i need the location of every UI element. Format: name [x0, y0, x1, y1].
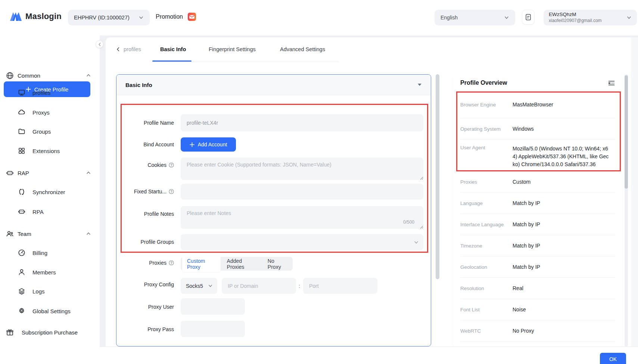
layers-icon — [18, 287, 25, 295]
proxy-ip-input[interactable] — [222, 278, 296, 294]
ok-button[interactable]: OK — [600, 353, 626, 364]
sidebar-section-label: Common — [18, 72, 86, 79]
sidebar-item-label: Global Settings — [32, 308, 71, 314]
chevron-left-icon — [98, 43, 102, 46]
proxy-pass-label: Proxy Pass — [122, 326, 174, 333]
language-selector[interactable]: English — [435, 10, 515, 25]
sidebar-item-label: Groups — [32, 128, 51, 135]
sidebar-item-global-settings[interactable]: Global Settings — [0, 304, 100, 318]
overview-row: WebRTC No Proxy — [460, 320, 615, 342]
list-icon[interactable] — [608, 80, 615, 86]
proxy-protocol-select[interactable]: Socks5 — [181, 278, 217, 294]
gauge-icon — [18, 249, 25, 256]
language-selector-value: English — [441, 15, 458, 21]
proxy-type-segmented-control: Custom Proxy Added Proxies No Proxy — [181, 257, 293, 271]
basic-info-panel-title: Basic Info — [125, 82, 152, 88]
sidebar-collapse-button[interactable] — [96, 40, 103, 48]
account-email: xiaofei020907@gmail.com — [549, 18, 602, 24]
add-account-button[interactable]: Add Account — [181, 137, 236, 152]
sidebar-item-groups[interactable]: Groups — [0, 124, 100, 139]
sidebar-item-label: Extensions — [32, 148, 60, 154]
chevron-left-icon — [116, 47, 121, 52]
tab-advanced-settings[interactable]: Advanced Settings — [280, 46, 325, 52]
help-icon[interactable] — [169, 189, 174, 194]
account-menu[interactable]: EWzSQhzM xiaofei020907@gmail.com — [544, 10, 637, 25]
sidebar-item-label: Logs — [32, 288, 45, 295]
profile-overview-panel: Profile Overview Browser Engine MasMateB… — [452, 74, 623, 346]
sidebar-section-common[interactable]: Common — [0, 68, 100, 83]
proxy-config-label: Proxy Config — [122, 281, 174, 288]
sidebar-item-label: Subscription Purchase — [22, 329, 78, 336]
help-icon[interactable] — [169, 260, 174, 265]
sidebar-section-label: RAP — [18, 170, 86, 176]
sidebar: Create Profile Common profiles Proxys — [0, 35, 100, 364]
sidebar-item-label: Billing — [32, 250, 47, 256]
sidebar-item-logs[interactable]: Logs — [0, 284, 100, 299]
profile-groups-label: Profile Groups — [122, 238, 174, 246]
sidebar-item-label: profiles — [32, 90, 50, 96]
proxy-type-custom[interactable]: Custom Proxy — [182, 256, 221, 272]
main-scrollbar-thumb[interactable] — [436, 74, 439, 279]
overview-row: Timezone Match by IP — [460, 235, 615, 256]
add-account-label: Add Account — [198, 141, 227, 147]
gift-icon — [6, 329, 14, 336]
profile-name-label: Profile Name — [122, 119, 174, 127]
document-button[interactable] — [522, 10, 535, 25]
sidebar-item-rpa[interactable]: RPA — [0, 204, 100, 219]
basic-info-panel-header[interactable]: Basic Info — [116, 75, 431, 95]
sidebar-item-subscription-purchase[interactable]: Subscription Purchase — [0, 325, 100, 340]
footer-bar — [100, 346, 638, 364]
help-icon[interactable] — [169, 162, 174, 168]
proxies-label: Proxies — [122, 259, 174, 267]
sidebar-section-team[interactable]: Team — [0, 226, 100, 241]
back-breadcrumb[interactable]: profiles — [116, 46, 141, 52]
sidebar-item-billing[interactable]: Billing — [0, 245, 100, 260]
cookies-textarea[interactable] — [181, 158, 423, 180]
overview-row: Interface Language Match by IP — [460, 214, 615, 235]
document-icon — [525, 13, 532, 21]
chevron-down-icon — [504, 15, 509, 20]
ip-port-separator: : — [299, 283, 300, 289]
profile-notes-textarea[interactable] — [181, 206, 423, 229]
sidebar-item-label: Synchronizer — [32, 189, 65, 195]
tab-fingerprint-settings[interactable]: Fingerprint Settings — [209, 46, 256, 52]
chevron-up-icon — [86, 231, 91, 236]
maslogin-logo-icon — [10, 11, 22, 21]
person-icon — [18, 268, 25, 276]
sidebar-section-label: Team — [18, 231, 86, 237]
overview-scrollbar-thumb[interactable] — [625, 75, 628, 189]
workspace-selector-value: EHPHRV (ID:1000027) — [74, 15, 130, 21]
plus-icon — [190, 142, 194, 147]
profile-groups-select[interactable] — [181, 234, 423, 250]
sync-icon — [18, 188, 25, 196]
active-tab-indicator — [152, 60, 192, 62]
notes-char-counter: 0/500 — [403, 220, 414, 225]
sidebar-item-extensions[interactable]: Extensions — [0, 143, 100, 158]
sidebar-item-label: Proxys — [32, 109, 50, 116]
overview-row: Browser Engine MasMateBrowser — [460, 91, 615, 118]
proxy-protocol-value: Socks5 — [186, 283, 203, 289]
sidebar-section-rap[interactable]: RAP — [0, 165, 100, 180]
profile-name-input[interactable] — [181, 114, 423, 131]
sidebar-item-proxys[interactable]: Proxys — [0, 105, 100, 120]
overview-row: Geolocation Match by IP — [460, 256, 615, 278]
cloud-icon — [18, 109, 25, 116]
sidebar-item-members[interactable]: Members — [0, 265, 100, 280]
sidebar-item-synchronizer[interactable]: Synchronizer — [0, 184, 100, 199]
robot-icon — [18, 208, 25, 215]
overview-row: Font List Noise — [460, 299, 615, 320]
proxy-type-added[interactable]: Added Proxies — [222, 256, 261, 272]
brand-logo: Maslogin — [10, 11, 62, 21]
proxy-pass-input[interactable] — [181, 321, 245, 337]
fixed-startup-input[interactable] — [181, 184, 423, 200]
proxy-type-none[interactable]: No Proxy — [263, 256, 291, 272]
promotion-link[interactable]: Promotion — [156, 12, 196, 21]
app-screen: Maslogin Maslogin EHPHRV (ID:1000027) Pr… — [0, 0, 638, 364]
workspace-selector[interactable]: EHPHRV (ID:1000027) — [68, 10, 150, 25]
profile-overview-rows: Browser Engine MasMateBrowser Operating … — [460, 91, 615, 342]
sidebar-item-profiles[interactable]: profiles — [0, 85, 100, 100]
chevron-down-icon — [626, 15, 632, 20]
proxy-port-input[interactable] — [303, 278, 377, 294]
tab-basic-info[interactable]: Basic Info — [160, 46, 186, 52]
proxy-user-input[interactable] — [181, 298, 245, 315]
